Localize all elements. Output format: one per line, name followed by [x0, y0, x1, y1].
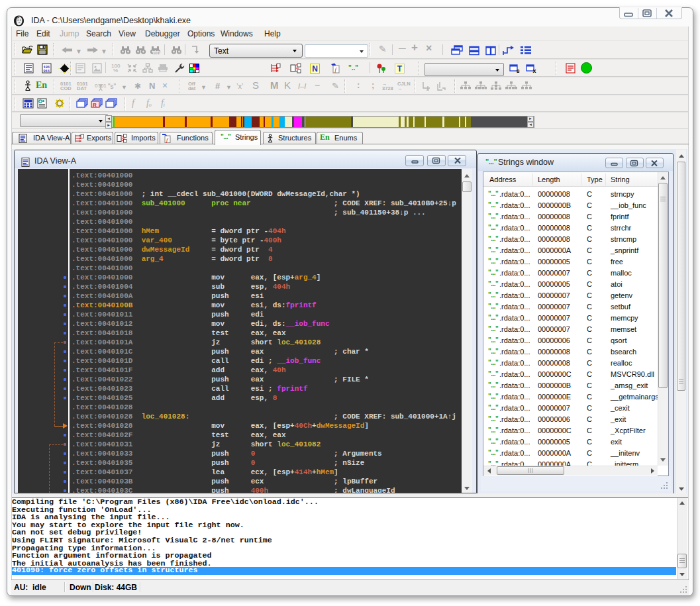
- svg-text:011: 011: [44, 69, 51, 74]
- svg-text:R: R: [93, 102, 97, 108]
- svg-text:8: 8: [517, 68, 520, 74]
- svg-text:x: x: [533, 68, 536, 74]
